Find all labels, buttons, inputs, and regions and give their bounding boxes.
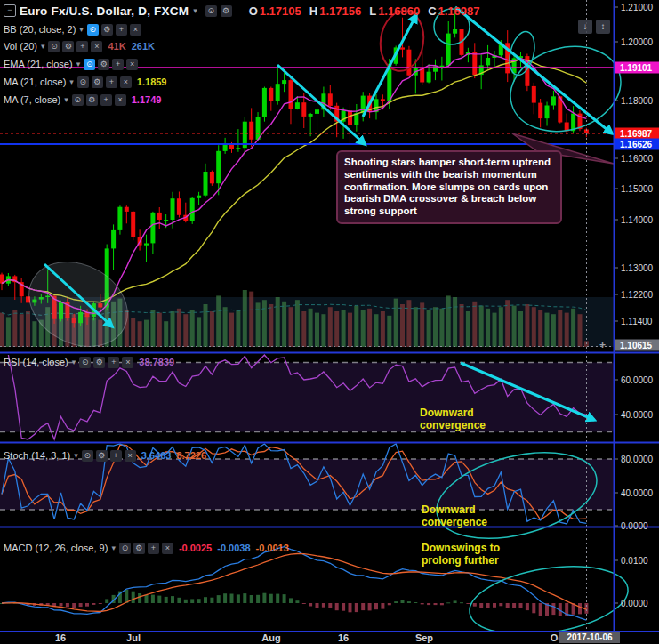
indicator-label[interactable]: MACD (12, 26, close, 9)	[4, 543, 108, 553]
chevron-down-icon[interactable]: ▾	[69, 77, 74, 86]
eye-icon[interactable]: ⊙	[82, 450, 93, 462]
macd-layer	[0, 547, 588, 620]
macd-histogram-bar	[374, 603, 378, 609]
indicator-label[interactable]: BB (20, close, 2)	[4, 24, 76, 35]
macd-histogram-bar	[551, 603, 555, 615]
menu-icon[interactable]: −	[4, 4, 16, 17]
candle	[309, 114, 313, 117]
chevron-down-icon[interactable]: ▾	[79, 25, 84, 34]
annotation-note[interactable]: Shooting stars hamper short-term uptrend…	[336, 150, 562, 224]
volume-bar	[315, 313, 319, 347]
price-axis-label: 1.15000	[621, 184, 653, 194]
eye-icon[interactable]: ⊙	[205, 5, 217, 17]
indicator-label[interactable]: Vol (20)	[4, 41, 37, 52]
volume-bar	[12, 310, 17, 347]
add-icon[interactable]: +	[76, 41, 88, 52]
candle	[551, 96, 556, 105]
add-icon[interactable]: +	[116, 24, 127, 36]
close-icon[interactable]: ×	[126, 59, 138, 70]
close-icon[interactable]: ×	[122, 357, 133, 368]
indicator-row: Stoch (14, 3, 1)▾⊙⚙+×3.64638.7226	[4, 449, 206, 462]
volume-bar	[342, 310, 346, 347]
chevron-down-icon[interactable]: ▾	[74, 451, 78, 460]
add-icon[interactable]: +	[108, 357, 119, 368]
ohlc-label: H	[309, 4, 317, 18]
annotation-rsi-convergence[interactable]: Downward convergence	[420, 407, 486, 431]
candle	[236, 148, 240, 149]
price-axis-label: 1.21000	[621, 3, 653, 12]
add-icon[interactable]: +	[106, 76, 117, 88]
volume-bar	[190, 310, 195, 347]
eye-icon[interactable]: ⊙	[48, 41, 60, 52]
time-axis[interactable]: 2017-10-06 16JulAug16SepOct	[0, 632, 659, 644]
symbol-title[interactable]: Euro Fx/U.S. Dollar, D, FXCM	[20, 4, 189, 18]
close-icon[interactable]: ×	[91, 41, 102, 52]
macd-histogram-bar	[295, 600, 299, 603]
eye-icon[interactable]: ⊙	[77, 76, 89, 88]
chevron-down-icon[interactable]: ▾	[72, 358, 76, 366]
candle	[164, 220, 168, 221]
price-axis[interactable]: 1.210001.200001.180001.160001.150001.140…	[614, 0, 659, 632]
gear-icon[interactable]: ⚙	[86, 94, 98, 106]
gear-icon[interactable]: ⚙	[62, 41, 74, 52]
eye-icon[interactable]: ⊙	[79, 357, 91, 368]
macd-histogram-bar	[269, 594, 273, 603]
eye-icon[interactable]: ⊙	[87, 24, 99, 36]
gear-icon[interactable]: ⚙	[101, 24, 113, 36]
add-icon[interactable]: +	[100, 94, 112, 106]
eye-icon[interactable]: ⊙	[119, 543, 131, 554]
close-icon[interactable]: ×	[120, 76, 132, 88]
indicator-value: 3.6463	[141, 450, 172, 461]
close-icon[interactable]: ×	[162, 543, 173, 554]
volume-bar	[309, 309, 313, 347]
candle	[262, 88, 267, 117]
scroll-down-button[interactable]: ↓	[578, 20, 592, 34]
scroll-vertical-button[interactable]: ↕	[596, 20, 610, 34]
indicator-label[interactable]: EMA (21, close)	[4, 59, 73, 69]
close-icon[interactable]: ×	[130, 24, 141, 36]
volume-bar	[367, 309, 372, 347]
chevron-down-icon[interactable]: ▾	[111, 543, 116, 552]
chevron-down-icon[interactable]: ▾	[41, 42, 45, 51]
volume-bar	[387, 316, 391, 347]
chevron-down-icon[interactable]: ▾	[193, 6, 197, 15]
macd-histogram-bar	[421, 603, 424, 604]
candle	[545, 106, 550, 119]
eye-icon[interactable]: ⊙	[84, 59, 95, 70]
gear-icon[interactable]: ⚙	[133, 543, 145, 554]
annotation-macd-downswings[interactable]: Downswings to prolong further	[422, 542, 500, 567]
volume-bar	[164, 321, 168, 347]
macd-histogram-bar	[72, 603, 76, 608]
gear-icon[interactable]: ⚙	[96, 450, 108, 462]
indicator-label[interactable]: Stoch (14, 3, 1)	[4, 450, 70, 461]
gear-icon[interactable]: ⚙	[221, 5, 232, 17]
volume-bar	[210, 311, 214, 347]
chevron-down-icon[interactable]: ▾	[76, 60, 81, 68]
close-icon[interactable]: ×	[125, 450, 136, 462]
volume-bar	[433, 307, 438, 347]
candle	[144, 244, 149, 246]
macd-histogram-bar	[184, 600, 188, 603]
indicator-label[interactable]: MA (7, close)	[4, 94, 60, 105]
ohlc-value: 1.17105	[260, 4, 301, 18]
gear-icon[interactable]: ⚙	[92, 76, 103, 88]
macd-histogram-bar	[454, 600, 457, 603]
add-icon[interactable]: +	[148, 543, 159, 554]
indicator-row: MA (7, close)▾⊙⚙+×1.1749	[4, 93, 161, 106]
eye-icon[interactable]: ⊙	[72, 94, 84, 106]
indicator-label[interactable]: MA (21, close)	[4, 76, 66, 87]
volume-bar	[545, 313, 550, 347]
volume-bar	[578, 314, 583, 347]
ohlc-label: L	[369, 4, 376, 18]
gear-icon[interactable]: ⚙	[98, 59, 109, 70]
chevron-down-icon[interactable]: ▾	[64, 95, 68, 104]
add-icon[interactable]: +	[112, 59, 124, 70]
add-icon[interactable]: +	[110, 450, 122, 462]
gear-icon[interactable]: ⚙	[93, 357, 105, 368]
volume-bar	[538, 310, 542, 347]
macd-histogram-bar	[243, 593, 246, 603]
indicator-label[interactable]: RSI (14, close)	[4, 357, 68, 367]
volume-bar	[446, 295, 451, 347]
close-icon[interactable]: ×	[115, 94, 126, 106]
annotation-stoch-convergence[interactable]: Downward convergence	[422, 503, 487, 528]
